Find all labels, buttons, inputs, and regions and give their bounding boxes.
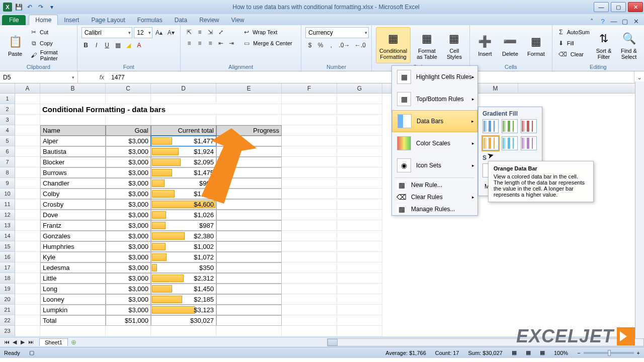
cell[interactable]: Current total — [151, 125, 216, 136]
row-header[interactable]: 17 — [0, 262, 15, 273]
italic-button[interactable]: I — [92, 40, 101, 50]
cell[interactable]: $987 — [151, 220, 216, 231]
cell[interactable]: Chandler — [40, 178, 106, 189]
cell[interactable] — [282, 326, 337, 336]
qat-dropdown-icon[interactable]: ▾ — [47, 3, 56, 12]
font-name-combo[interactable]: Calibri — [82, 27, 133, 38]
autosum-icon[interactable]: Σ — [556, 27, 566, 37]
tab-home[interactable]: Home — [29, 15, 58, 25]
row-header[interactable]: 13 — [0, 220, 15, 231]
cell[interactable]: $3,000 — [106, 189, 151, 199]
wrap-text-icon[interactable]: ↩ — [242, 27, 251, 37]
cell[interactable]: $1,450 — [151, 284, 216, 294]
clear-icon[interactable]: ⌫ — [556, 49, 569, 59]
row-header[interactable]: 12 — [0, 210, 15, 220]
cell[interactable]: Name — [40, 125, 106, 136]
fx-icon[interactable]: fx — [78, 74, 108, 81]
col-header[interactable]: C — [106, 83, 151, 93]
select-all-corner[interactable] — [0, 83, 15, 93]
cell[interactable]: $1,477 — [151, 136, 216, 146]
cell[interactable] — [15, 315, 40, 326]
window-restore-icon[interactable]: ▢ — [621, 17, 629, 25]
cell[interactable]: Humphries — [40, 241, 106, 252]
border-icon[interactable]: ▦ — [113, 40, 123, 50]
cell[interactable] — [282, 94, 337, 104]
cell[interactable]: Long — [40, 284, 106, 294]
col-header[interactable]: G — [337, 83, 382, 93]
row-header[interactable]: 3 — [0, 115, 15, 125]
cell[interactable]: $3,000 — [106, 167, 151, 178]
sort-filter-button[interactable]: ⇅Sort & Filter — [593, 27, 615, 63]
merge-center-button[interactable]: Merge & Center — [253, 40, 292, 46]
view-break-icon[interactable]: ▦ — [540, 349, 545, 356]
cell[interactable]: Gonzales — [40, 231, 106, 241]
cell[interactable] — [216, 189, 282, 199]
cell[interactable] — [282, 273, 337, 284]
fill-button[interactable]: Fill — [567, 40, 574, 46]
cell[interactable] — [282, 104, 337, 115]
cell[interactable] — [216, 210, 282, 220]
window-close-icon[interactable]: ✕ — [632, 17, 640, 25]
cell[interactable] — [40, 326, 106, 336]
cell[interactable] — [15, 115, 40, 125]
cell[interactable] — [282, 136, 337, 146]
cell[interactable] — [282, 167, 337, 178]
indent-dec-icon[interactable]: ⇤ — [216, 38, 225, 48]
cut-icon[interactable]: ✂ — [29, 27, 38, 37]
cell[interactable] — [15, 210, 40, 220]
cell[interactable] — [337, 125, 382, 136]
font-size-combo[interactable]: 12 — [134, 27, 152, 38]
cell[interactable] — [337, 178, 382, 189]
cell[interactable] — [216, 199, 282, 210]
tab-view[interactable]: View — [225, 15, 251, 25]
row-header[interactable]: 7 — [0, 157, 15, 167]
cell[interactable] — [282, 231, 337, 241]
cell[interactable]: $3,000 — [106, 231, 151, 241]
cell[interactable] — [216, 167, 282, 178]
cell[interactable] — [216, 262, 282, 273]
tab-review[interactable]: Review — [193, 15, 225, 25]
cell[interactable] — [216, 273, 282, 284]
cell[interactable]: Kyle — [40, 252, 106, 262]
cell[interactable] — [15, 220, 40, 231]
shrink-font-icon[interactable]: A▾ — [166, 28, 176, 38]
cell[interactable]: $3,000 — [106, 273, 151, 284]
cf-manage-rules[interactable]: ▦Manage Rules... — [392, 203, 477, 215]
cell[interactable] — [216, 220, 282, 231]
clear-button[interactable]: Clear — [571, 51, 584, 57]
number-format-combo[interactable]: Currency — [305, 27, 369, 38]
cell[interactable] — [282, 199, 337, 210]
cell[interactable] — [282, 284, 337, 294]
tab-formulas[interactable]: Formulas — [131, 15, 169, 25]
cell[interactable] — [337, 273, 382, 284]
cell[interactable] — [15, 284, 40, 294]
cell[interactable]: $3,000 — [106, 199, 151, 210]
cell[interactable] — [337, 220, 382, 231]
cell[interactable]: $3,000 — [106, 241, 151, 252]
row-header[interactable]: 10 — [0, 189, 15, 199]
cell[interactable] — [15, 157, 40, 167]
worksheet-grid[interactable]: ABCDEFGKLM 12Conditional Formatting - da… — [0, 83, 644, 337]
row-header[interactable]: 1 — [0, 94, 15, 104]
row-header[interactable]: 18 — [0, 273, 15, 284]
align-center-icon[interactable]: ≡ — [195, 38, 204, 48]
cell[interactable] — [216, 252, 282, 262]
cell[interactable]: Blocker — [40, 157, 106, 167]
cell[interactable] — [15, 104, 40, 115]
wrap-text-button[interactable]: Wrap Text — [253, 29, 277, 35]
redo-icon[interactable]: ↷ — [36, 3, 45, 12]
cell[interactable] — [282, 315, 337, 326]
zoom-in-icon[interactable]: + — [637, 350, 640, 356]
cell[interactable] — [337, 157, 382, 167]
cell[interactable] — [151, 326, 216, 336]
cell[interactable] — [337, 252, 382, 262]
view-normal-icon[interactable]: ▦ — [512, 349, 517, 356]
cell[interactable] — [216, 115, 282, 125]
cell[interactable] — [216, 315, 282, 326]
view-layout-icon[interactable]: ▦ — [526, 349, 531, 356]
window-min-icon[interactable]: — — [610, 17, 618, 25]
maximize-button[interactable]: ▢ — [611, 2, 626, 12]
databar-lightblue[interactable] — [502, 136, 518, 150]
cell[interactable] — [15, 252, 40, 262]
cf-highlight-cells[interactable]: ▦Highlight Cells Rules▸ — [392, 66, 477, 88]
